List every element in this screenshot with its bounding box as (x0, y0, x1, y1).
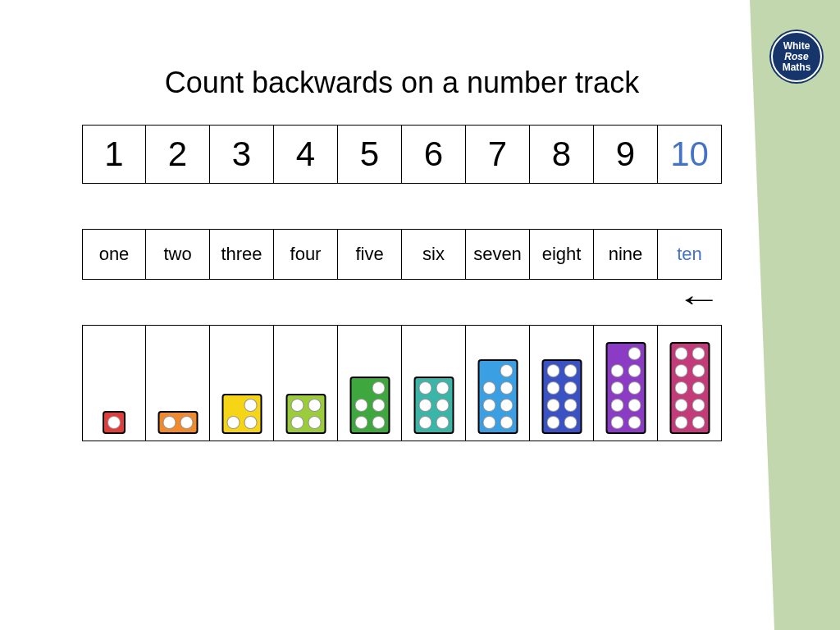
dot-icon (674, 381, 687, 395)
dot-icon (628, 399, 641, 412)
dot-icon (564, 381, 577, 395)
dot-icon (372, 381, 385, 395)
left-arrow-icon: ← (676, 290, 722, 307)
dot-icon (107, 416, 121, 429)
word-cell: nine (593, 229, 658, 280)
dot-icon (482, 381, 495, 395)
dot-icon (564, 364, 577, 377)
dot-icon (354, 399, 368, 412)
numicon-piece (477, 359, 518, 434)
word-cell: five (337, 229, 402, 280)
block-cell (145, 325, 210, 441)
dot-icon (546, 416, 559, 429)
dot-icon (546, 399, 559, 412)
dot-icon (628, 416, 641, 429)
number-track: 12345678910 (82, 125, 722, 184)
dot-icon (610, 416, 623, 429)
dot-icon (290, 416, 304, 429)
dot-icon (610, 364, 623, 377)
word-cell: six (401, 229, 466, 280)
numicon-piece (103, 411, 126, 434)
logo-line-3: Maths (783, 62, 811, 73)
sidebar-band (774, 0, 840, 630)
number-cell: 10 (657, 125, 722, 184)
dot-icon (372, 416, 385, 429)
brand-logo: White Rose Maths (771, 31, 822, 82)
dot-icon (564, 416, 577, 429)
dot-icon (628, 347, 641, 360)
word-cell: two (145, 229, 210, 280)
dot-icon (180, 416, 193, 429)
number-cell: 5 (337, 125, 402, 184)
block-cell (337, 325, 402, 441)
number-cell: 9 (593, 125, 658, 184)
dot-icon (436, 381, 449, 395)
word-cell: seven (465, 229, 530, 280)
word-track: onetwothreefourfivesixseveneightnineten (82, 229, 722, 280)
dot-icon (290, 399, 304, 412)
dot-icon (546, 381, 559, 395)
dot-icon (500, 416, 513, 429)
dot-icon (226, 416, 240, 429)
dot-icon (610, 399, 623, 412)
block-cell (593, 325, 658, 441)
dot-icon (674, 347, 687, 360)
block-cell (82, 325, 146, 441)
dot-icon (308, 416, 321, 429)
dot-icon (308, 399, 321, 412)
block-cell (657, 325, 722, 441)
dot-icon (500, 399, 513, 412)
number-cell: 2 (145, 125, 210, 184)
dot-icon (436, 399, 449, 412)
numicon-piece (158, 411, 198, 434)
dot-icon (674, 364, 687, 377)
block-cell (273, 325, 338, 441)
dot-icon (674, 416, 687, 429)
dot-icon (354, 416, 368, 429)
block-cell (209, 325, 274, 441)
numicon-piece (669, 342, 710, 434)
dot-icon (500, 364, 513, 377)
dot-icon (692, 364, 705, 377)
number-cell: 6 (401, 125, 466, 184)
dot-icon (674, 399, 687, 412)
word-cell: ten (657, 229, 722, 280)
numicon-piece (349, 377, 390, 434)
block-cell (465, 325, 530, 441)
logo-line-1: White (783, 41, 810, 52)
dot-icon (482, 416, 495, 429)
dot-icon (244, 416, 257, 429)
numicon-piece (413, 377, 454, 434)
sidebar-wedge (750, 0, 774, 630)
block-cell (529, 325, 594, 441)
dot-icon (418, 399, 431, 412)
page-title: Count backwards on a number track (82, 66, 722, 100)
dot-icon (628, 364, 641, 377)
logo-line-2: Rose (784, 52, 808, 62)
dot-icon (162, 416, 176, 429)
dot-icon (500, 381, 513, 395)
numicon-piece (285, 394, 326, 434)
dot-icon (482, 399, 495, 412)
dot-icon (418, 416, 431, 429)
dot-icon (610, 381, 623, 395)
number-cell: 1 (82, 125, 146, 184)
number-cell: 7 (465, 125, 530, 184)
dot-icon (546, 364, 559, 377)
number-cell: 3 (209, 125, 274, 184)
word-cell: three (209, 229, 274, 280)
dot-icon (244, 399, 257, 412)
numicon-piece (541, 359, 582, 434)
numicon-piece (221, 394, 262, 434)
number-cell: 8 (529, 125, 594, 184)
dot-icon (372, 399, 385, 412)
dot-icon (692, 416, 705, 429)
dot-icon (564, 399, 577, 412)
word-cell: eight (529, 229, 594, 280)
word-cell: four (273, 229, 338, 280)
dot-icon (418, 381, 431, 395)
dot-icon (692, 347, 705, 360)
slide-content: Count backwards on a number track 123456… (82, 66, 722, 486)
word-cell: one (82, 229, 146, 280)
dot-icon (436, 416, 449, 429)
